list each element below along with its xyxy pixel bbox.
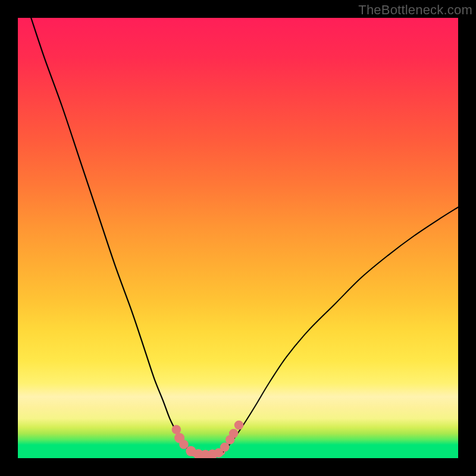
curve-right-branch — [223, 207, 458, 452]
watermark-text: TheBottleneck.com — [358, 2, 472, 18]
curve-marker — [220, 443, 230, 452]
chart-plot-area — [18, 18, 458, 458]
curve-left-branch — [31, 18, 190, 452]
curve-marker — [172, 425, 181, 434]
chart-frame: TheBottleneck.com — [0, 0, 476, 476]
chart-svg — [18, 18, 458, 458]
curve-marker — [234, 421, 244, 430]
curve-marker — [229, 429, 239, 439]
curve-markers — [172, 421, 244, 458]
